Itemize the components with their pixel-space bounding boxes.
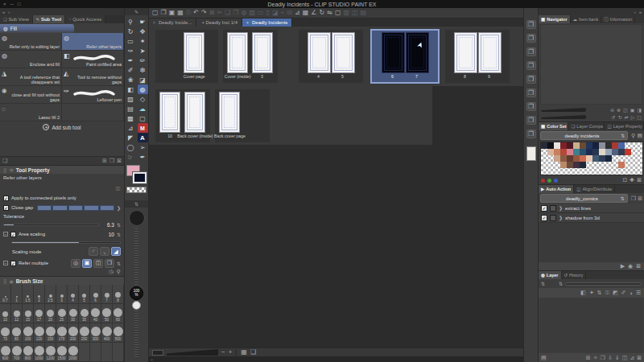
color-swatch[interactable] bbox=[580, 149, 586, 155]
color-swatch[interactable] bbox=[631, 149, 638, 155]
color-swatch[interactable] bbox=[618, 162, 625, 168]
expand-action-icon[interactable]: ❯ bbox=[559, 205, 563, 211]
color-set-spinner[interactable]: ⇅ bbox=[621, 133, 625, 138]
apply-connected-checkbox[interactable]: ✓ bbox=[3, 195, 9, 201]
tool-button[interactable]: ▨ bbox=[126, 94, 136, 104]
zoom-strip-header[interactable]: ⇅ bbox=[125, 200, 148, 208]
command-icon[interactable]: ↷ bbox=[201, 10, 207, 16]
material-folder-icon[interactable]: ❐ bbox=[526, 75, 536, 84]
material-folder-icon[interactable]: ❐ bbox=[526, 130, 536, 138]
color-swatch[interactable] bbox=[541, 155, 547, 162]
thumbnail-view-icon[interactable]: ▦ bbox=[241, 349, 247, 356]
brush-size-header[interactable]: ⣿ ◉ Brush Size bbox=[0, 276, 124, 285]
left-panel-tab[interactable]: ✎ Sub Tool bbox=[33, 15, 65, 23]
brush-size-preset[interactable]: 8 bbox=[113, 285, 124, 304]
brush-size-preset[interactable]: 25 bbox=[56, 304, 68, 323]
navigator-rotate-slider[interactable] bbox=[541, 115, 586, 119]
material-folder-icon[interactable]: ❐ bbox=[526, 34, 536, 43]
color-swatch[interactable] bbox=[541, 142, 547, 149]
command-icon[interactable]: ▢ bbox=[335, 10, 341, 16]
material-folder-icon[interactable]: ❐ bbox=[526, 61, 536, 70]
color-swatch[interactable] bbox=[573, 155, 580, 162]
color-swatch[interactable] bbox=[554, 168, 560, 175]
color-swatch[interactable] bbox=[580, 162, 586, 168]
background-color-swatch[interactable] bbox=[133, 172, 147, 183]
auto-action-item[interactable]: ✓ ❯ shadow from 3d bbox=[539, 213, 644, 223]
color-swatch[interactable] bbox=[573, 142, 580, 149]
page-preview[interactable] bbox=[184, 32, 204, 73]
layer-control-icon[interactable]: ◧ bbox=[580, 290, 586, 296]
tool-button[interactable]: ✏ bbox=[138, 56, 148, 65]
refer-multiple-button[interactable]: ▣ bbox=[82, 259, 92, 268]
tool-button[interactable]: ▢ bbox=[138, 113, 148, 123]
page-thumb[interactable]: 10 bbox=[159, 92, 181, 138]
zoom-slider-knob[interactable] bbox=[132, 301, 141, 310]
brush-size-preset[interactable]: 2.5 bbox=[45, 285, 56, 304]
page-thumb[interactable]: 9 bbox=[477, 32, 502, 79]
subtool-item[interactable]: ✑ Leftover pen bbox=[62, 86, 124, 104]
command-icon[interactable]: ▯ bbox=[266, 10, 270, 16]
tool-button[interactable]: ❀ bbox=[126, 75, 136, 84]
page-thumb[interactable]: Cover (inside) bbox=[226, 32, 249, 79]
command-icon[interactable]: ❏ bbox=[225, 10, 230, 16]
auto-action-tab[interactable]: ◫Align/Distribute bbox=[574, 185, 615, 193]
color-swatch[interactable] bbox=[618, 149, 625, 155]
tool-button[interactable]: ✒ bbox=[138, 152, 148, 162]
brush-size-preset[interactable]: 150 bbox=[45, 323, 56, 343]
tool-button[interactable]: ◪ bbox=[138, 75, 148, 84]
command-icon[interactable]: ⌁ bbox=[281, 10, 285, 16]
new-layer-icon[interactable]: ⊞ bbox=[586, 355, 591, 361]
color-swatch[interactable] bbox=[631, 162, 638, 168]
command-icon[interactable]: ⎙ bbox=[186, 10, 191, 16]
command-icon[interactable]: ▦ bbox=[177, 10, 184, 16]
auto-action-tab[interactable]: ▶Auto Action bbox=[539, 185, 574, 193]
transparent-color-swatch[interactable] bbox=[126, 187, 147, 193]
dock-arrow-icon[interactable]: › bbox=[634, 10, 636, 14]
page-preview[interactable] bbox=[382, 32, 405, 73]
refer-spinner[interactable]: ⇅ bbox=[117, 261, 121, 266]
brush-size-preset[interactable]: 1000 bbox=[34, 343, 45, 362]
subtool-item[interactable] bbox=[62, 104, 124, 121]
gap-segment[interactable] bbox=[100, 205, 114, 211]
color-swatch[interactable] bbox=[573, 162, 580, 168]
page-preview[interactable] bbox=[406, 32, 429, 73]
collapse-dock-icon[interactable]: « bbox=[2, 10, 5, 14]
list-view-icon[interactable]: ▤ bbox=[637, 133, 642, 139]
color-swatch[interactable] bbox=[592, 162, 599, 168]
mask-icon[interactable]: ◫ bbox=[622, 355, 628, 361]
combine-layer-icon[interactable]: ⇓ bbox=[615, 355, 620, 361]
navigator-zoom-icon[interactable]: ◨ bbox=[637, 107, 642, 113]
color-swatch[interactable] bbox=[618, 155, 625, 162]
brush-size-preset[interactable]: 20 bbox=[45, 304, 56, 323]
document-tab[interactable]: × Deadly Incidents bbox=[242, 19, 292, 27]
close-gap-checkbox[interactable]: ✓ bbox=[3, 205, 9, 211]
ruler-icon[interactable]: ⊿ bbox=[630, 355, 634, 361]
color-swatch[interactable] bbox=[599, 162, 605, 168]
color-swatch[interactable] bbox=[547, 142, 554, 149]
brush-size-preset[interactable]: 700 bbox=[11, 343, 23, 362]
subtool-item[interactable]: ◍ Refer only to editing layer bbox=[0, 33, 62, 51]
area-scaling-spinner[interactable]: ⇅ bbox=[117, 232, 121, 237]
brush-size-preset[interactable]: 15 bbox=[23, 304, 34, 323]
tool-button[interactable]: ◯ bbox=[126, 142, 136, 152]
command-icon[interactable]: ❐ bbox=[161, 10, 167, 16]
action-enabled-checkbox[interactable]: ✓ bbox=[541, 205, 547, 212]
color-swatch[interactable] bbox=[580, 155, 586, 162]
copy-settings-icon[interactable]: ❐ bbox=[109, 158, 114, 164]
layer-control-icon[interactable]: ☰ bbox=[636, 290, 641, 296]
left-panel-tab[interactable]: ◔ Quick Access bbox=[65, 15, 105, 23]
navigator-tab[interactable]: ☁Item bank bbox=[571, 15, 602, 23]
material-folder-icon[interactable]: ❐ bbox=[526, 116, 536, 125]
brush-size-preset[interactable]: 120 bbox=[34, 323, 45, 343]
color-swatch[interactable] bbox=[567, 155, 573, 162]
tool-button[interactable]: ☁ bbox=[138, 104, 148, 113]
color-swatch[interactable] bbox=[625, 162, 631, 168]
material-folder-icon[interactable]: ❐ bbox=[526, 88, 536, 97]
brush-size-preset[interactable]: 50 bbox=[101, 304, 113, 323]
brush-size-preset[interactable]: 10 bbox=[0, 304, 11, 323]
color-swatch[interactable] bbox=[580, 142, 586, 149]
brush-size-preset[interactable]: 35 bbox=[79, 304, 90, 323]
tolerance-value[interactable]: 6.3 bbox=[101, 222, 114, 228]
tool-button[interactable]: ✐ bbox=[126, 65, 136, 75]
page-thumb[interactable]: 5 bbox=[331, 32, 355, 79]
